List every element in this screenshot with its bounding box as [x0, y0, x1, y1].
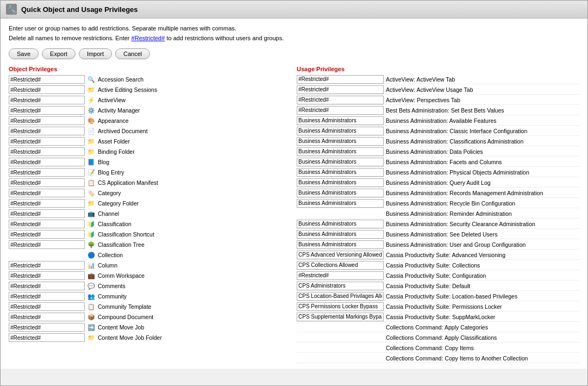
- usage-privilege-input[interactable]: [297, 116, 384, 125]
- object-privilege-input[interactable]: [9, 302, 85, 311]
- object-privilege-icon: 📁: [86, 333, 96, 342]
- object-privilege-row: 🏷️Category: [9, 188, 291, 198]
- object-privilege-icon: 📄: [86, 127, 96, 135]
- object-privilege-input[interactable]: [9, 189, 85, 197]
- usage-privilege-input[interactable]: [297, 282, 384, 290]
- usage-privilege-input[interactable]: [297, 147, 384, 156]
- usage-privilege-label: Business Administration: See Deleted Use…: [386, 231, 497, 238]
- import-button[interactable]: Import: [79, 48, 112, 59]
- usage-privilege-label: Business Administration: Query Audit Log: [386, 179, 491, 186]
- usage-privilege-input[interactable]: [297, 106, 384, 115]
- object-privilege-icon: 🏷️: [86, 189, 96, 197]
- object-privilege-input[interactable]: [9, 75, 85, 84]
- usage-privilege-input[interactable]: [297, 168, 384, 177]
- object-privilege-label: Community: [98, 293, 127, 300]
- usage-privilege-label: Business Administration: Available Featu…: [386, 117, 497, 124]
- usage-privilege-row: Business Administration: Reminder Admini…: [297, 209, 579, 219]
- object-privilege-label: Blog Entry: [98, 169, 124, 176]
- object-privilege-row: 📁Binding Folder: [9, 147, 291, 157]
- usage-privilege-input[interactable]: [297, 261, 384, 270]
- object-privilege-input[interactable]: [9, 106, 85, 115]
- object-privilege-input[interactable]: [9, 292, 85, 301]
- usage-privilege-label: Business Administration: Reminder Admini…: [386, 210, 512, 217]
- object-privilege-input[interactable]: [9, 168, 85, 177]
- object-privilege-input[interactable]: [9, 199, 85, 208]
- object-privilege-icon: 🔰: [86, 220, 96, 228]
- object-privilege-label: Content Move Job: [98, 324, 144, 331]
- usage-privilege-row: Cassia Productivity Suite: SuppMarkLocke…: [297, 312, 579, 322]
- object-privilege-input[interactable]: [9, 209, 85, 218]
- export-button[interactable]: Export: [42, 48, 76, 59]
- usage-privilege-input[interactable]: [297, 220, 384, 228]
- toolbar: Save Export Import Cancel: [9, 48, 579, 59]
- object-privilege-input[interactable]: [9, 313, 85, 321]
- object-privilege-input[interactable]: [9, 137, 85, 146]
- object-privilege-icon: 📘: [86, 158, 96, 166]
- window-title: Quick Object and Usage Privileges: [21, 5, 138, 14]
- object-privilege-input[interactable]: [9, 282, 85, 290]
- usage-privilege-input[interactable]: [297, 189, 384, 197]
- usage-privilege-row: Business Administration: Classifications…: [297, 136, 579, 146]
- object-privilege-input[interactable]: [9, 230, 85, 239]
- object-privilege-input[interactable]: [9, 178, 85, 187]
- object-privilege-input[interactable]: [9, 240, 85, 249]
- object-privilege-row: 📁Active Editing Sessions: [9, 85, 291, 95]
- object-privilege-row: 📁Asset Folder: [9, 136, 291, 146]
- object-privilege-row: 🌳Classification Tree: [9, 240, 291, 250]
- usage-privilege-label: Business Administration: Security Cleara…: [386, 221, 535, 227]
- usage-privilege-row: Business Administration: Physical Object…: [297, 167, 579, 177]
- usage-privilege-input[interactable]: [297, 230, 384, 239]
- object-privilege-row: 💬Comments: [9, 281, 291, 291]
- object-privilege-row: 📁Category Folder: [9, 198, 291, 208]
- usage-privileges-list: ActiveView: ActiveView TabActiveView: Ac…: [297, 74, 579, 363]
- usage-privilege-input[interactable]: [297, 251, 384, 259]
- object-privilege-label: Category: [98, 190, 121, 196]
- object-privilege-input[interactable]: [9, 96, 85, 104]
- usage-privilege-input[interactable]: [297, 271, 384, 280]
- usage-privilege-label: Cassia Productivity Suite: Location-base…: [386, 293, 517, 300]
- object-privilege-row: 🎨Appearance: [9, 116, 291, 126]
- object-privilege-label: Content Move Job Folder: [98, 334, 162, 341]
- restricted-link[interactable]: #Restricted#: [132, 35, 165, 41]
- object-privileges-section: Object Privileges 🔍Accession Search📁Acti…: [9, 66, 291, 363]
- usage-privilege-input[interactable]: [297, 137, 384, 146]
- object-privilege-input[interactable]: [9, 127, 85, 135]
- usage-privilege-label: Business Administration: Records Managem…: [386, 190, 543, 196]
- usage-privilege-row: Business Administration: Recycle Bin Con…: [297, 198, 579, 208]
- object-privilege-input[interactable]: [9, 271, 85, 280]
- object-privilege-input[interactable]: [9, 116, 85, 125]
- object-privilege-icon: 🔍: [86, 75, 96, 84]
- object-privilege-label: Asset Folder: [98, 138, 130, 145]
- object-privilege-input[interactable]: [9, 147, 85, 156]
- object-privilege-input[interactable]: [9, 158, 85, 166]
- object-privilege-input[interactable]: [9, 85, 85, 94]
- object-privilege-icon: 📊: [86, 261, 96, 270]
- object-privilege-input[interactable]: [9, 261, 85, 270]
- object-privilege-icon: 📝: [86, 168, 96, 177]
- usage-privilege-input[interactable]: [297, 85, 384, 94]
- usage-privilege-input[interactable]: [297, 75, 384, 84]
- save-button[interactable]: Save: [9, 48, 39, 59]
- usage-privilege-input[interactable]: [297, 292, 384, 301]
- object-privilege-input[interactable]: [9, 220, 85, 228]
- usage-privilege-input[interactable]: [297, 240, 384, 249]
- usage-privilege-row: Business Administration: Data Policies: [297, 147, 579, 157]
- object-privilege-input[interactable]: [9, 323, 85, 332]
- object-privilege-label: Column: [98, 262, 117, 269]
- usage-privilege-row: Cassia Productivity Suite: Default: [297, 281, 579, 291]
- object-privilege-row: 📦Compound Document: [9, 312, 291, 322]
- usage-privilege-input[interactable]: [297, 313, 384, 321]
- usage-privilege-input[interactable]: [297, 178, 384, 187]
- usage-privilege-label: Cassia Productivity Suite: SuppMarkLocke…: [386, 314, 495, 320]
- object-privilege-icon: 💼: [86, 271, 96, 280]
- object-privilege-icon: 📋: [86, 178, 96, 187]
- usage-privilege-input[interactable]: [297, 199, 384, 208]
- usage-privilege-input[interactable]: [297, 158, 384, 166]
- cancel-button[interactable]: Cancel: [115, 48, 150, 59]
- usage-privilege-row: Cassia Productivity Suite: Permissions L…: [297, 302, 579, 312]
- main-window: 🔧 Quick Object and Usage Privileges Ente…: [0, 0, 588, 386]
- usage-privilege-input[interactable]: [297, 302, 384, 311]
- object-privilege-input[interactable]: [9, 333, 85, 342]
- usage-privilege-input[interactable]: [297, 96, 384, 104]
- usage-privilege-input[interactable]: [297, 127, 384, 135]
